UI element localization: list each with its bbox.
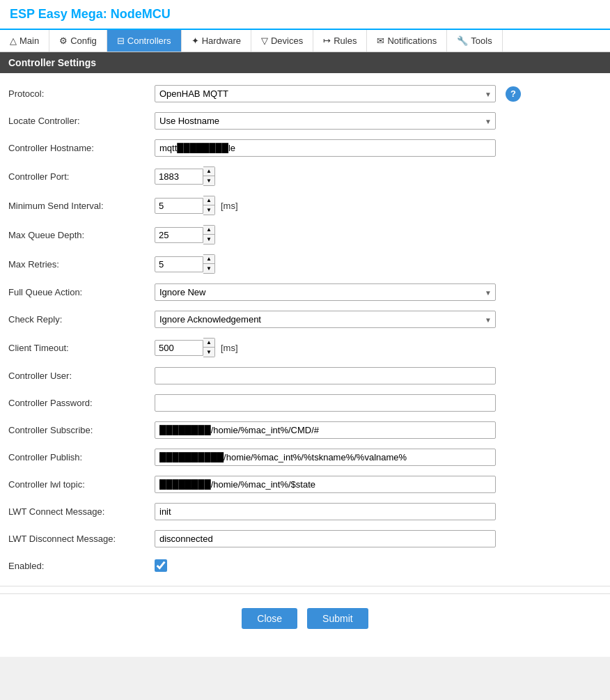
port-control: ▲ ▼	[155, 166, 602, 186]
lwl-row: Controller lwl topic:	[0, 471, 610, 498]
publish-input[interactable]	[155, 449, 496, 466]
max-queue-input[interactable]	[155, 227, 203, 243]
check-reply-row: Check Reply: Ignore Acknowledgement Chec…	[0, 306, 610, 333]
locate-control: Use Hostname Use IP Address	[155, 112, 602, 130]
nav-devices[interactable]: ▽ Devices	[251, 30, 313, 52]
section-header: Controller Settings	[0, 52, 610, 73]
protocol-control: OpenHAB MQTT MQTT HTTP ?	[155, 85, 602, 102]
max-queue-row: Max Queue Depth: ▲ ▼	[0, 220, 610, 249]
user-label: Controller User:	[8, 371, 155, 381]
check-reply-control: Ignore Acknowledgement Check Acknowledge…	[155, 311, 602, 328]
devices-icon: ▽	[261, 36, 268, 46]
lwt-disconnect-control	[155, 530, 602, 547]
main-icon: △	[10, 36, 17, 46]
hostname-row: Controller Hostname:	[0, 134, 610, 162]
min-send-input[interactable]	[155, 198, 203, 214]
nav-controllers[interactable]: ⊟ Controllers	[107, 30, 182, 52]
max-retries-input[interactable]	[155, 256, 203, 272]
subscribe-label: Controller Subscribe:	[8, 425, 155, 435]
locate-select[interactable]: Use Hostname Use IP Address	[155, 112, 496, 130]
subscribe-input[interactable]	[155, 421, 496, 439]
client-timeout-spinner: ▲ ▼	[155, 338, 215, 357]
max-retries-down-button[interactable]: ▼	[203, 264, 214, 273]
lwt-disconnect-row: LWT Disconnect Message:	[0, 525, 610, 552]
enabled-control	[155, 559, 602, 572]
client-timeout-label: Client Timeout:	[8, 343, 155, 353]
protocol-row: Protocol: OpenHAB MQTT MQTT HTTP ?	[0, 80, 610, 107]
full-queue-row: Full Queue Action: Ignore New Delete Old…	[0, 279, 610, 306]
hostname-input[interactable]	[155, 139, 496, 157]
lwl-input[interactable]	[155, 476, 496, 493]
port-down-button[interactable]: ▼	[203, 176, 214, 185]
lwt-disconnect-label: LWT Disconnect Message:	[8, 534, 155, 544]
port-label: Controller Port:	[8, 171, 155, 182]
enabled-checkbox[interactable]	[155, 559, 167, 572]
hostname-control	[155, 139, 602, 157]
max-retries-spinner: ▲ ▼	[155, 254, 215, 274]
enabled-row: Enabled:	[0, 552, 610, 579]
client-timeout-up-button[interactable]: ▲	[203, 339, 214, 348]
max-retries-label: Max Retries:	[8, 259, 155, 270]
max-retries-row: Max Retries: ▲ ▼	[0, 249, 610, 279]
full-queue-select[interactable]: Ignore New Delete Oldest	[155, 283, 496, 301]
locate-controller-row: Locate Controller: Use Hostname Use IP A…	[0, 107, 610, 134]
full-queue-control: Ignore New Delete Oldest	[155, 283, 602, 301]
lwl-control	[155, 476, 602, 493]
password-input[interactable]	[155, 394, 496, 412]
min-send-up-button[interactable]: ▲	[203, 196, 214, 205]
max-queue-up-button[interactable]: ▲	[203, 226, 214, 235]
password-control	[155, 394, 602, 412]
password-row: Controller Password:	[0, 389, 610, 417]
min-send-row: Minimum Send Interval: ▲ ▼ [ms]	[0, 191, 610, 220]
lwt-connect-row: LWT Connect Message:	[0, 498, 610, 525]
max-retries-up-button[interactable]: ▲	[203, 255, 214, 264]
nav-rules[interactable]: ↦ Rules	[313, 30, 367, 52]
user-control	[155, 367, 602, 384]
password-label: Controller Password:	[8, 398, 155, 408]
hardware-icon: ✦	[191, 36, 199, 46]
locate-select-wrap: Use Hostname Use IP Address	[155, 112, 496, 130]
protocol-select[interactable]: OpenHAB MQTT MQTT HTTP	[155, 85, 496, 102]
client-timeout-input[interactable]	[155, 340, 203, 356]
hostname-label: Controller Hostname:	[8, 143, 155, 153]
nav-notifications[interactable]: ✉ Notifications	[367, 30, 447, 52]
user-row: Controller User:	[0, 362, 610, 389]
controller-settings-form: Protocol: OpenHAB MQTT MQTT HTTP ? Locat…	[0, 73, 610, 657]
max-retries-spinner-btns: ▲ ▼	[203, 254, 215, 274]
publish-row: Controller Publish:	[0, 444, 610, 471]
max-queue-spinner: ▲ ▼	[155, 225, 215, 244]
port-up-button[interactable]: ▲	[203, 167, 214, 176]
min-send-spinner: ▲ ▼	[155, 196, 215, 215]
rules-icon: ↦	[323, 36, 331, 46]
user-input[interactable]	[155, 367, 496, 384]
client-timeout-unit: [ms]	[221, 343, 238, 353]
lwt-connect-input[interactable]	[155, 503, 496, 520]
port-spinner-btns: ▲ ▼	[203, 166, 215, 186]
max-queue-down-button[interactable]: ▼	[203, 235, 214, 244]
port-spinner: ▲ ▼	[155, 166, 215, 186]
main-nav: △ Main ⚙ Config ⊟ Controllers ✦ Hardware…	[0, 30, 610, 52]
max-queue-label: Max Queue Depth:	[8, 230, 155, 240]
controllers-icon: ⊟	[117, 36, 125, 46]
close-button[interactable]: Close	[242, 608, 297, 629]
min-send-down-button[interactable]: ▼	[203, 205, 214, 215]
port-row: Controller Port: ▲ ▼	[0, 162, 610, 191]
footer-buttons: Close Submit	[0, 593, 610, 650]
nav-hardware[interactable]: ✦ Hardware	[182, 30, 251, 52]
publish-control	[155, 449, 602, 466]
min-send-label: Minimum Send Interval:	[8, 201, 155, 211]
lwl-label: Controller lwl topic:	[8, 479, 155, 490]
min-send-spinner-btns: ▲ ▼	[203, 196, 215, 215]
nav-config[interactable]: ⚙ Config	[49, 30, 107, 52]
submit-button[interactable]: Submit	[307, 608, 368, 629]
protocol-help-button[interactable]: ?	[506, 86, 521, 102]
nav-tools[interactable]: 🔧 Tools	[447, 30, 502, 52]
client-timeout-down-button[interactable]: ▼	[203, 348, 214, 357]
client-timeout-row: Client Timeout: ▲ ▼ [ms]	[0, 333, 610, 362]
lwt-disconnect-input[interactable]	[155, 530, 496, 547]
check-reply-select[interactable]: Ignore Acknowledgement Check Acknowledge…	[155, 311, 496, 328]
lwt-connect-control	[155, 503, 602, 520]
nav-main[interactable]: △ Main	[0, 30, 49, 52]
port-input[interactable]	[155, 169, 203, 185]
max-queue-control: ▲ ▼	[155, 225, 602, 244]
